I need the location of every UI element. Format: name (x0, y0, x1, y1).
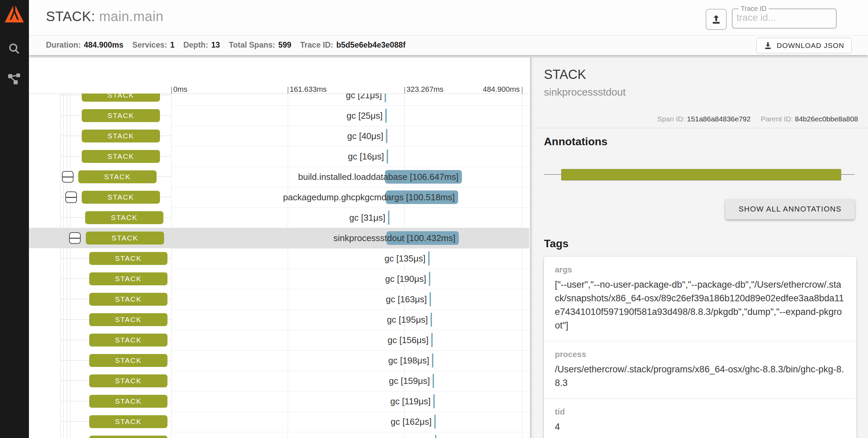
upload-icon (711, 14, 721, 24)
span-row[interactable]: STACKsinkprocessstdout [100.432ms] (29, 228, 529, 248)
stat-value: 484.900ms (84, 40, 123, 50)
span-duration-bar[interactable] (386, 190, 458, 204)
service-badge-button[interactable]: STACK (89, 293, 167, 306)
service-badge-button[interactable]: STACK (89, 415, 167, 428)
span-row[interactable]: STACKgc [195μs] (29, 309, 529, 330)
span-duration-bar[interactable] (386, 231, 459, 245)
service-badge-button[interactable]: STACK (78, 170, 157, 183)
tag-row: process/Users/ethercrow/.stack/programs/… (544, 341, 856, 399)
tag-key: tid (555, 407, 846, 417)
trace-stat: Depth:13 (183, 40, 220, 50)
service-badge-button[interactable]: STACK (82, 109, 160, 122)
tree-connector (60, 360, 89, 360)
trace-stat: Services:1 (132, 40, 175, 50)
span-label: gc [135μs] (29, 253, 425, 264)
service-badge-button[interactable]: STACK (89, 374, 167, 387)
trace-stats: Duration:484.900msServices:1Depth:13Tota… (46, 35, 405, 55)
panel-gap (29, 55, 868, 58)
show-all-annotations-button[interactable]: SHOW ALL ANNOTATIONS (725, 199, 855, 219)
collapse-children-button[interactable] (62, 171, 74, 183)
span-duration-tick[interactable] (433, 374, 434, 388)
tree-connector (167, 279, 171, 279)
span-row[interactable]: STACKbuild.installed.loaddatabase [106.6… (29, 167, 529, 187)
tree-connector (167, 340, 171, 340)
span-row[interactable]: STACKpackagedump.ghcpkgcmdargs [100.518m… (29, 187, 529, 207)
span-duration-tick[interactable] (385, 108, 387, 123)
axis-tick (288, 87, 288, 94)
tree-connector (60, 95, 82, 95)
span-row[interactable]: STACKgc [159μs] (29, 371, 529, 391)
minus-icon (70, 238, 80, 239)
tree-connector (60, 299, 89, 299)
span-row[interactable]: STACKgc [31μs] (29, 207, 529, 228)
span-row[interactable]: STACKgc [156μs] (29, 330, 529, 350)
span-duration-tick[interactable] (431, 313, 432, 327)
stat-value: 13 (211, 40, 220, 50)
span-row[interactable]: STACK (29, 432, 529, 438)
axis-tick (522, 87, 523, 94)
service-badge-button[interactable]: STACK (89, 313, 167, 326)
span-duration-tick[interactable] (432, 353, 433, 368)
span-duration-tick[interactable] (428, 251, 430, 266)
tree-connector (60, 381, 89, 381)
download-json-button[interactable]: DOWNLOAD JSON (756, 38, 852, 53)
parent-id-value: 84b26ec0bbe8a808 (795, 115, 858, 123)
service-badge-button[interactable]: STACK (89, 334, 167, 347)
service-badge-button[interactable]: STACK (82, 191, 160, 204)
tree-connector (167, 401, 171, 401)
span-row[interactable]: STACKgc [162μs] (29, 411, 529, 432)
service-badge-button[interactable]: STACK (85, 211, 163, 224)
tree-connector (160, 136, 171, 136)
timeline-panel: » 0ms161.633ms323.267ms484.900ms STACKgc… (29, 58, 529, 438)
span-duration-tick[interactable] (434, 415, 436, 429)
service-badge-button[interactable]: STACK (89, 252, 167, 265)
span-duration-tick[interactable] (433, 394, 435, 408)
service-badge-button[interactable]: STACK (82, 130, 160, 142)
service-badge-button[interactable]: STACK (86, 232, 164, 245)
tree-connector (167, 381, 171, 381)
annotation-span-bar[interactable] (561, 169, 841, 180)
span-duration-tick[interactable] (388, 210, 389, 225)
span-row[interactable]: STACKgc [163μs] (29, 289, 529, 309)
tags-card: args["--user","--no-user-package-db","--… (544, 257, 856, 438)
collapse-children-button[interactable] (65, 191, 77, 203)
detail-service-name: STACK (544, 67, 586, 82)
span-duration-tick[interactable] (430, 292, 431, 306)
span-duration-tick[interactable] (435, 435, 436, 438)
span-row[interactable]: STACKgc [190μs] (29, 269, 529, 289)
span-row[interactable]: STACKgc [135μs] (29, 248, 529, 269)
span-row[interactable]: STACKgc [25μs] (29, 105, 529, 126)
span-row[interactable]: STACKgc [16μs] (29, 146, 529, 167)
span-duration-tick[interactable] (385, 94, 386, 102)
span-label: gc [163μs] (29, 293, 427, 305)
detail-span-name: sinkprocessstdout (544, 86, 626, 98)
service-badge-button[interactable]: STACK (89, 395, 167, 408)
span-row[interactable]: STACKgc [198μs] (29, 350, 529, 371)
service-badge-button[interactable]: STACK (89, 436, 167, 438)
span-row[interactable]: STACKgc [119μs] (29, 391, 529, 411)
trace-id-input[interactable] (736, 12, 819, 23)
span-duration-tick[interactable] (387, 149, 388, 164)
service-badge-button[interactable]: STACK (89, 272, 167, 285)
axis-tick-label: 161.633ms (290, 85, 327, 94)
zipkin-logo-icon[interactable] (4, 3, 25, 24)
search-icon[interactable] (7, 41, 22, 56)
minus-icon (63, 176, 73, 178)
tree-connector (160, 197, 171, 197)
upload-button[interactable] (706, 9, 727, 30)
span-duration-tick[interactable] (386, 129, 387, 143)
tree-connector (60, 156, 82, 156)
tree-connector (60, 401, 89, 401)
span-row[interactable]: STACKgc [21μs] (29, 94, 529, 105)
service-badge-button[interactable]: STACK (82, 94, 160, 102)
stat-value: 1 (170, 40, 175, 50)
span-duration-tick[interactable] (429, 272, 430, 286)
download-icon (764, 41, 772, 50)
service-badge-button[interactable]: STACK (89, 354, 167, 367)
dependencies-icon[interactable] (7, 71, 22, 86)
service-badge-button[interactable]: STACK (82, 150, 160, 163)
span-duration-bar[interactable] (385, 170, 462, 184)
span-row[interactable]: STACKgc [40μs] (29, 126, 529, 146)
span-duration-tick[interactable] (431, 333, 433, 347)
collapse-children-button[interactable] (69, 232, 81, 244)
